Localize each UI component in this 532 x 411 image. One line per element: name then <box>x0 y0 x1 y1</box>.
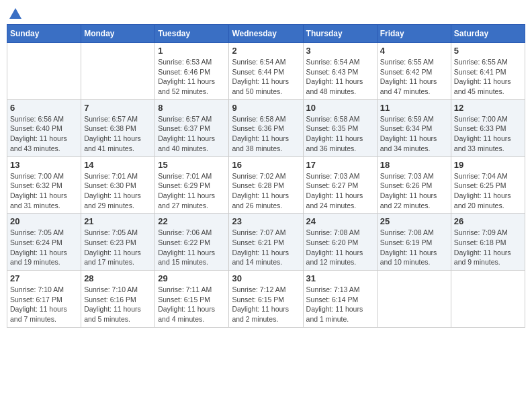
day-info: Sunrise: 7:06 AM Sunset: 6:22 PM Dayligh… <box>158 228 226 267</box>
day-info: Sunrise: 6:59 AM Sunset: 6:34 PM Dayligh… <box>380 114 448 154</box>
day-info: Sunrise: 7:03 AM Sunset: 6:27 PM Dayligh… <box>306 171 374 211</box>
day-number: 15 <box>158 160 226 170</box>
calendar-cell: 11Sunrise: 6:59 AM Sunset: 6:34 PM Dayli… <box>377 99 451 156</box>
day-number: 18 <box>380 160 448 170</box>
calendar-cell: 17Sunrise: 7:03 AM Sunset: 6:27 PM Dayli… <box>303 156 377 214</box>
calendar-cell: 1Sunrise: 6:53 AM Sunset: 6:46 PM Daylig… <box>155 43 229 100</box>
calendar-cell: 16Sunrise: 7:02 AM Sunset: 6:28 PM Dayli… <box>229 156 303 214</box>
day-info: Sunrise: 7:10 AM Sunset: 6:17 PM Dayligh… <box>10 285 78 324</box>
day-info: Sunrise: 6:54 AM Sunset: 6:44 PM Dayligh… <box>232 57 300 97</box>
calendar-cell: 14Sunrise: 7:01 AM Sunset: 6:30 PM Dayli… <box>81 156 155 214</box>
page-header <box>7 7 525 19</box>
calendar-cell: 23Sunrise: 7:07 AM Sunset: 6:21 PM Dayli… <box>229 214 303 271</box>
calendar-cell: 31Sunrise: 7:13 AM Sunset: 6:14 PM Dayli… <box>303 271 377 328</box>
day-number: 30 <box>232 273 300 283</box>
day-info: Sunrise: 6:53 AM Sunset: 6:46 PM Dayligh… <box>158 57 226 97</box>
day-info: Sunrise: 6:56 AM Sunset: 6:40 PM Dayligh… <box>10 114 78 154</box>
day-info: Sunrise: 7:01 AM Sunset: 6:29 PM Dayligh… <box>158 171 226 211</box>
day-info: Sunrise: 7:10 AM Sunset: 6:16 PM Dayligh… <box>84 285 152 324</box>
day-number: 4 <box>380 46 448 56</box>
calendar-cell: 10Sunrise: 6:58 AM Sunset: 6:35 PM Dayli… <box>303 99 377 156</box>
calendar-cell: 12Sunrise: 7:00 AM Sunset: 6:33 PM Dayli… <box>451 99 525 156</box>
calendar-cell: 21Sunrise: 7:05 AM Sunset: 6:23 PM Dayli… <box>81 214 155 271</box>
day-number: 31 <box>306 273 374 283</box>
day-info: Sunrise: 7:12 AM Sunset: 6:15 PM Dayligh… <box>232 285 300 324</box>
day-number: 6 <box>10 103 78 113</box>
calendar-cell: 13Sunrise: 7:00 AM Sunset: 6:32 PM Dayli… <box>7 156 81 214</box>
day-info: Sunrise: 7:08 AM Sunset: 6:20 PM Dayligh… <box>306 228 374 267</box>
day-number: 9 <box>232 103 300 113</box>
day-info: Sunrise: 7:09 AM Sunset: 6:18 PM Dayligh… <box>454 228 522 267</box>
logo-icon <box>8 7 23 21</box>
day-number: 22 <box>158 216 226 226</box>
day-number: 26 <box>454 216 522 226</box>
calendar-table: SundayMondayTuesdayWednesdayThursdayFrid… <box>7 24 525 328</box>
calendar-header-friday: Friday <box>377 25 451 43</box>
calendar-cell: 4Sunrise: 6:55 AM Sunset: 6:42 PM Daylig… <box>377 43 451 100</box>
calendar-cell <box>377 271 451 328</box>
day-number: 3 <box>306 46 374 56</box>
calendar-header-monday: Monday <box>81 25 155 43</box>
calendar-cell: 30Sunrise: 7:12 AM Sunset: 6:15 PM Dayli… <box>229 271 303 328</box>
calendar-cell: 22Sunrise: 7:06 AM Sunset: 6:22 PM Dayli… <box>155 214 229 271</box>
day-number: 1 <box>158 46 226 56</box>
day-number: 12 <box>454 103 522 113</box>
day-info: Sunrise: 6:54 AM Sunset: 6:43 PM Dayligh… <box>306 57 374 97</box>
calendar-header-thursday: Thursday <box>303 25 377 43</box>
svg-marker-0 <box>9 8 21 19</box>
calendar-cell: 24Sunrise: 7:08 AM Sunset: 6:20 PM Dayli… <box>303 214 377 271</box>
day-info: Sunrise: 6:55 AM Sunset: 6:41 PM Dayligh… <box>454 57 522 97</box>
day-info: Sunrise: 6:57 AM Sunset: 6:37 PM Dayligh… <box>158 114 226 154</box>
calendar-week-3: 13Sunrise: 7:00 AM Sunset: 6:32 PM Dayli… <box>7 156 525 214</box>
day-number: 16 <box>232 160 300 170</box>
calendar-cell: 5Sunrise: 6:55 AM Sunset: 6:41 PM Daylig… <box>451 43 525 100</box>
calendar-cell: 26Sunrise: 7:09 AM Sunset: 6:18 PM Dayli… <box>451 214 525 271</box>
calendar-header-tuesday: Tuesday <box>155 25 229 43</box>
calendar-header-saturday: Saturday <box>451 25 525 43</box>
calendar-week-1: 1Sunrise: 6:53 AM Sunset: 6:46 PM Daylig… <box>7 43 525 100</box>
day-number: 17 <box>306 160 374 170</box>
day-number: 14 <box>84 160 152 170</box>
day-number: 24 <box>306 216 374 226</box>
calendar-cell: 19Sunrise: 7:04 AM Sunset: 6:25 PM Dayli… <box>451 156 525 214</box>
day-info: Sunrise: 7:07 AM Sunset: 6:21 PM Dayligh… <box>232 228 300 267</box>
calendar-week-2: 6Sunrise: 6:56 AM Sunset: 6:40 PM Daylig… <box>7 99 525 156</box>
day-info: Sunrise: 7:08 AM Sunset: 6:19 PM Dayligh… <box>380 228 448 267</box>
logo <box>7 7 23 19</box>
calendar-cell: 6Sunrise: 6:56 AM Sunset: 6:40 PM Daylig… <box>7 99 81 156</box>
day-info: Sunrise: 7:00 AM Sunset: 6:32 PM Dayligh… <box>10 171 78 211</box>
day-number: 28 <box>84 273 152 283</box>
day-number: 29 <box>158 273 226 283</box>
calendar-cell: 28Sunrise: 7:10 AM Sunset: 6:16 PM Dayli… <box>81 271 155 328</box>
day-info: Sunrise: 7:03 AM Sunset: 6:26 PM Dayligh… <box>380 171 448 211</box>
day-number: 23 <box>232 216 300 226</box>
day-number: 27 <box>10 273 78 283</box>
calendar-cell <box>451 271 525 328</box>
calendar-cell: 29Sunrise: 7:11 AM Sunset: 6:15 PM Dayli… <box>155 271 229 328</box>
day-number: 2 <box>232 46 300 56</box>
day-info: Sunrise: 7:11 AM Sunset: 6:15 PM Dayligh… <box>158 285 226 324</box>
calendar-cell: 3Sunrise: 6:54 AM Sunset: 6:43 PM Daylig… <box>303 43 377 100</box>
calendar-cell: 7Sunrise: 6:57 AM Sunset: 6:38 PM Daylig… <box>81 99 155 156</box>
day-info: Sunrise: 7:01 AM Sunset: 6:30 PM Dayligh… <box>84 171 152 211</box>
day-number: 21 <box>84 216 152 226</box>
day-info: Sunrise: 6:55 AM Sunset: 6:42 PM Dayligh… <box>380 57 448 97</box>
day-number: 20 <box>10 216 78 226</box>
day-number: 19 <box>454 160 522 170</box>
calendar-header-wednesday: Wednesday <box>229 25 303 43</box>
calendar-cell <box>7 43 81 100</box>
calendar-header-row: SundayMondayTuesdayWednesdayThursdayFrid… <box>7 25 525 43</box>
day-number: 25 <box>380 216 448 226</box>
calendar-cell: 2Sunrise: 6:54 AM Sunset: 6:44 PM Daylig… <box>229 43 303 100</box>
day-info: Sunrise: 6:58 AM Sunset: 6:36 PM Dayligh… <box>232 114 300 154</box>
calendar-cell: 27Sunrise: 7:10 AM Sunset: 6:17 PM Dayli… <box>7 271 81 328</box>
day-number: 8 <box>158 103 226 113</box>
day-number: 5 <box>454 46 522 56</box>
day-number: 7 <box>84 103 152 113</box>
calendar-cell: 25Sunrise: 7:08 AM Sunset: 6:19 PM Dayli… <box>377 214 451 271</box>
day-info: Sunrise: 6:57 AM Sunset: 6:38 PM Dayligh… <box>84 114 152 154</box>
calendar-cell: 9Sunrise: 6:58 AM Sunset: 6:36 PM Daylig… <box>229 99 303 156</box>
calendar-cell: 15Sunrise: 7:01 AM Sunset: 6:29 PM Dayli… <box>155 156 229 214</box>
day-number: 10 <box>306 103 374 113</box>
day-number: 13 <box>10 160 78 170</box>
